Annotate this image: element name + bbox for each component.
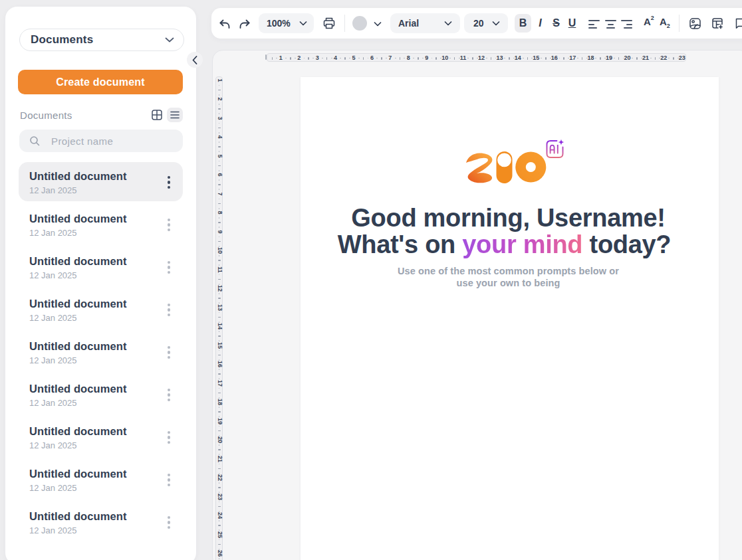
ruler-tick — [472, 57, 473, 60]
document-title: Untitled document — [29, 383, 172, 395]
ruler-tick — [219, 104, 220, 105]
ruler-number: 2 — [217, 96, 223, 103]
ruler-tick — [219, 369, 220, 370]
document-menu-kebab[interactable] — [164, 261, 174, 274]
ruler-tick — [395, 58, 396, 59]
document-menu-kebab[interactable] — [164, 431, 174, 444]
search-box[interactable] — [19, 130, 183, 152]
document-list-item[interactable]: Untitled document12 Jan 2025 — [19, 417, 183, 456]
zio-logo — [301, 139, 719, 184]
horizontal-ruler[interactable]: 1234567891011121314151617181920212223 — [267, 53, 686, 62]
ruler-tick — [218, 355, 221, 356]
document-menu-kebab[interactable] — [164, 304, 174, 316]
strikethrough-button[interactable]: S — [548, 14, 564, 33]
align-right-icon[interactable] — [621, 19, 632, 30]
workspace-select-value: Documents — [31, 33, 93, 47]
document-list-item[interactable]: Untitled document12 Jan 2025 — [19, 247, 183, 286]
ruler-tick — [219, 558, 220, 559]
document-list-item[interactable]: Untitled document12 Jan 2025 — [19, 502, 183, 541]
workspace-select[interactable]: Documents — [19, 29, 184, 51]
ruler-tick — [563, 57, 564, 60]
align-center-icon[interactable] — [605, 19, 616, 30]
bold-button[interactable]: B — [515, 14, 531, 33]
sidebar-collapse-button[interactable] — [187, 52, 203, 68]
ruler-tick — [218, 393, 221, 394]
sidebar: Documents Create document Documents Unti… — [5, 7, 196, 560]
document-date: 12 Jan 2025 — [29, 440, 172, 450]
zoom-select[interactable]: 100% — [259, 13, 314, 33]
comments-button[interactable] — [734, 18, 742, 29]
ruler-tick — [218, 203, 221, 205]
print-button[interactable] — [322, 17, 336, 30]
ruler-tick — [340, 58, 341, 59]
document-menu-kebab[interactable] — [164, 176, 174, 189]
ruler-tick — [272, 57, 273, 60]
document-menu-kebab[interactable] — [164, 474, 174, 486]
font-family-select[interactable]: Arial — [390, 13, 460, 33]
ruler-number: 22 — [660, 54, 667, 61]
ruler-number: 26 — [217, 550, 223, 557]
document-list-item[interactable]: Untitled document12 Jan 2025 — [19, 375, 183, 414]
document-menu-kebab[interactable] — [164, 389, 174, 401]
document-list-item[interactable]: Untitled document12 Jan 2025 — [19, 290, 183, 329]
ruler-number: 11 — [460, 54, 467, 61]
ruler-tick — [218, 184, 221, 185]
italic-button[interactable]: I — [532, 14, 549, 33]
ruler-tick — [218, 525, 221, 526]
ruler-number: 4 — [217, 134, 223, 141]
ruler-number: 20 — [624, 54, 630, 61]
document-title: Untitled document — [29, 170, 172, 183]
ruler-tick — [326, 57, 328, 60]
vertical-ruler[interactable]: 1234567891011121314151617181920212223242… — [215, 76, 223, 560]
undo-button[interactable] — [218, 17, 231, 31]
list-view-toggle[interactable] — [167, 108, 183, 122]
underline-button[interactable]: U — [564, 14, 580, 33]
subscript-button[interactable]: A2 — [660, 16, 670, 31]
subtitle-line2: use your own to being — [299, 278, 717, 290]
ruler-tick — [218, 90, 221, 91]
grid-view-icon[interactable] — [152, 110, 162, 120]
document-menu-kebab[interactable] — [164, 516, 174, 529]
ruler-number: 15 — [217, 341, 223, 349]
color-chevron-icon[interactable] — [373, 21, 382, 27]
document-list-item[interactable]: Untitled document12 Jan 2025 — [19, 460, 183, 499]
ruler-number: 25 — [217, 531, 223, 538]
document-menu-kebab[interactable] — [164, 219, 174, 231]
document-title: Untitled document — [29, 468, 172, 480]
document-date: 12 Jan 2025 — [29, 483, 172, 493]
ruler-tick — [381, 57, 382, 60]
ruler-number: 6 — [217, 171, 223, 179]
ruler-number: 17 — [217, 379, 223, 387]
insert-image-button[interactable] — [689, 18, 701, 29]
ruler-tick — [668, 58, 670, 59]
ruler-tick — [285, 58, 287, 59]
ruler-tick — [418, 57, 419, 60]
ruler-number: 7 — [217, 190, 223, 197]
ruler-tick — [219, 464, 220, 465]
search-input[interactable] — [51, 136, 164, 147]
ruler-number: 17 — [569, 54, 576, 61]
ruler-tick — [368, 58, 369, 59]
document-list-item[interactable]: Untitled document12 Jan 2025 — [19, 332, 183, 371]
ruler-tick — [218, 317, 221, 318]
document-date: 12 Jan 2025 — [29, 228, 172, 238]
create-document-button[interactable]: Create document — [18, 70, 183, 94]
font-size-select[interactable]: 20 — [464, 13, 508, 33]
ruler-number: 1 — [217, 76, 223, 84]
superscript-button[interactable]: A2 — [644, 16, 654, 31]
align-left-icon[interactable] — [588, 19, 600, 30]
document-list-item[interactable]: Untitled document12 Jan 2025 — [19, 162, 183, 201]
ruler-tick — [491, 57, 492, 60]
ruler-number: 18 — [217, 399, 223, 406]
ruler-number: 20 — [217, 436, 223, 444]
ruler-tick — [655, 57, 656, 60]
color-swatch[interactable] — [352, 16, 367, 31]
document-page[interactable]: Good morning, Username! What's on your m… — [301, 77, 719, 560]
ruler-tick — [218, 298, 221, 299]
redo-button[interactable] — [237, 17, 251, 31]
ruler-tick — [219, 502, 220, 503]
insert-table-button[interactable] — [712, 18, 723, 29]
ruler-number: 21 — [642, 54, 649, 61]
document-list-item[interactable]: Untitled document12 Jan 2025 — [19, 205, 183, 244]
document-menu-kebab[interactable] — [164, 346, 174, 359]
